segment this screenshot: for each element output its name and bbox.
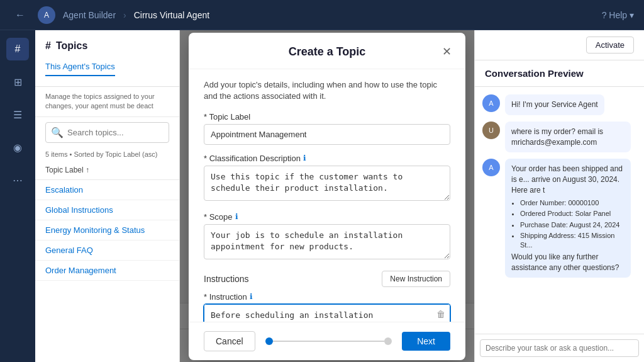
agent-response-bubble: A Your order has been shipped and is e..… [482,159,636,278]
classification-textarea[interactable]: Use this topic if the customer wants to … [204,166,450,201]
topic-label-group: * Topic Label [204,112,450,145]
chat-input-area [475,334,644,362]
agent-icon: A [38,6,55,24]
search-input[interactable] [67,128,164,137]
sidebar: # ⊞ ☰ ◉ ⋯ [0,30,35,362]
instructions-header: Instructions New Instruction [204,271,450,287]
instruction-info-icon: ℹ [250,292,253,301]
order-detail-3: Purchase Date: August 24, 2024 [520,220,625,230]
scope-group: * Scope ℹ Your job is to schedule an ins… [204,212,450,262]
progress-dot-1 [265,337,273,345]
instruction-textarea[interactable]: Before scheduling an installation appoin… [204,304,450,322]
activate-button[interactable]: Activate [586,37,634,54]
virtual-agent-label: Cirrus Virtual Agent [134,10,209,20]
classification-label: * Classification Description ℹ [204,154,450,163]
topics-list-header: Topic Label ↑ [35,163,179,180]
order-details-list: Order Number: 00000100 Ordered Product: … [511,198,625,251]
modal-title: Create a Topic [289,45,366,58]
nav-separator: › [123,10,126,20]
chat-input[interactable] [480,339,639,357]
right-panel: Activate Conversation Preview A Hi! I'm … [474,30,644,362]
agent-avatar: A [482,94,500,112]
sidebar-icon-book[interactable]: ☰ [6,103,29,126]
topic-item-global[interactable]: Global Instructions [35,200,179,220]
topics-panel: # Topics This Agent's Topics Manage the … [35,30,180,362]
topic-label-label: * Topic Label [204,112,450,122]
top-nav: ← A Agent Builder › Cirrus Virtual Agent… [0,0,644,30]
create-topic-modal: Create a Topic ✕ Add your topic's detail… [189,33,465,360]
modal-body: Add your topic's details, including when… [189,69,465,322]
sidebar-icon-grid[interactable]: ⊞ [6,71,29,93]
instruction-textarea-wrapper: Before scheduling an installation appoin… [204,304,450,322]
sidebar-icon-hash[interactable]: # [6,38,29,60]
classification-info-icon: ℹ [303,154,306,162]
back-button[interactable]: ← [10,7,30,23]
search-box: 🔍 [45,122,169,143]
order-detail-2: Ordered Product: Solar Panel [520,209,625,218]
agent-avatar-2: A [482,159,500,176]
new-instruction-button[interactable]: New Instruction [382,271,450,287]
scope-textarea[interactable]: Your job is to schedule an installation … [204,224,450,259]
topic-item-faq[interactable]: General FAQ [35,240,179,261]
help-button[interactable]: ? Help ▾ [602,10,634,20]
progress-dot-2 [384,337,392,345]
center-content: Create a Topic ✕ Add your topic's detail… [180,30,474,362]
agent-greeting-text: Hi! I'm your Service Agent [505,94,604,115]
topics-count: 5 items • Sorted by Topic Label (asc) [35,148,179,163]
topic-label-input[interactable] [204,124,450,145]
sidebar-icon-palette[interactable]: ◉ [6,136,29,159]
modal-close-button[interactable]: ✕ [438,43,455,60]
topic-item-order[interactable]: Order Management [35,261,179,281]
user-message-bubble: U where is my order? email is mrichards@… [482,122,636,153]
scope-label: * Scope ℹ [204,212,450,222]
progress-line [273,341,385,342]
agent-response-text: Your order has been shipped and is e... … [505,159,631,278]
topics-title: # Topics [45,40,169,52]
scope-info-icon: ℹ [235,212,238,221]
modal-description: Add your topic's details, including when… [204,79,450,102]
sidebar-icon-flow[interactable]: ⋯ [6,169,29,191]
topic-item-escalation[interactable]: Escalation [35,180,179,200]
cancel-button[interactable]: Cancel [204,331,255,351]
topics-hash-icon: # [45,40,51,52]
order-detail-4: Shipping Address: 415 Mission St... [520,231,625,251]
search-icon: 🔍 [51,127,64,139]
conversation-preview-header: Conversation Preview [475,60,644,87]
conversation-preview: A Hi! I'm your Service Agent U where is … [475,87,644,334]
nav-right: ? Help ▾ [602,10,634,20]
topics-header: # Topics This Agent's Topics [35,30,179,87]
instruction-field-label: * Instruction ℹ [204,292,450,302]
next-button[interactable]: Next [402,332,450,351]
classification-group: * Classification Description ℹ Use this … [204,154,450,203]
user-message-text: where is my order? email is mrichards@ex… [505,122,631,153]
instructions-label: Instructions [204,274,249,284]
topic-item-energy[interactable]: Energy Monitoring & Status [35,220,179,240]
agent-greeting-bubble: A Hi! I'm your Service Agent [482,94,636,115]
user-avatar: U [482,122,500,139]
instruction-delete-icon[interactable]: 🗑 [436,309,445,319]
agent-builder-label: Agent Builder [63,10,116,20]
instructions-group: Instructions New Instruction * Instructi… [204,271,450,322]
modal-overlay: Create a Topic ✕ Add your topic's detail… [180,30,474,362]
topics-info: Manage the topics assigned to your chang… [35,87,179,117]
topics-tab[interactable]: This Agent's Topics [45,57,115,76]
main-content: # ⊞ ☰ ◉ ⋯ # Topics This Agent's Topics M… [0,30,644,362]
modal-header: Create a Topic ✕ [189,33,465,69]
modal-footer: Cancel Next [189,322,465,360]
order-detail-1: Order Number: 00000100 [520,198,625,208]
progress-bar [265,337,392,345]
